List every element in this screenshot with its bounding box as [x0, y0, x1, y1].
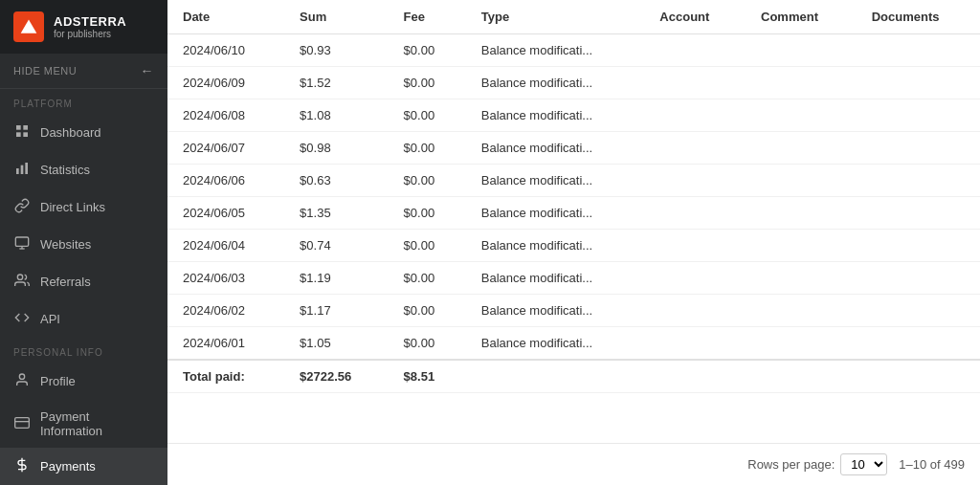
cell-comment — [746, 67, 857, 99]
grid-icon — [13, 123, 31, 142]
adsterra-logo-icon — [13, 11, 44, 42]
sidebar-item-referrals[interactable]: Referrals — [0, 263, 167, 300]
col-date: Date — [167, 0, 284, 34]
cell-sum: $1.19 — [284, 262, 388, 295]
table-header-row: Date Sum Fee Type Account Comment Docume… — [167, 0, 980, 34]
sidebar-item-payments-label: Payments — [40, 459, 96, 474]
cell-date: 2024/06/04 — [167, 230, 284, 262]
user-icon — [13, 372, 31, 390]
col-comment: Comment — [746, 0, 857, 34]
cell-type: Balance modificati... — [466, 295, 645, 327]
sidebar-item-statistics[interactable]: Statistics — [0, 151, 167, 188]
credit-card-icon — [13, 415, 31, 433]
sidebar-item-statistics-label: Statistics — [40, 163, 90, 177]
cell-documents — [857, 197, 980, 230]
sidebar-item-direct-links[interactable]: Direct Links — [0, 188, 167, 226]
table-row: 2024/06/07$0.98$0.00Balance modificati..… — [167, 132, 980, 165]
cell-type: Balance modificati... — [466, 197, 645, 230]
svg-rect-4 — [23, 132, 28, 137]
cell-fee: $0.00 — [389, 67, 466, 99]
table-row: 2024/06/02$1.17$0.00Balance modificati..… — [167, 295, 980, 327]
svg-marker-0 — [21, 20, 37, 33]
sidebar-item-websites[interactable]: Websites — [0, 226, 167, 263]
payments-table-container[interactable]: Date Sum Fee Type Account Comment Docume… — [167, 0, 980, 443]
cell-account — [644, 99, 746, 132]
main-content: Date Sum Fee Type Account Comment Docume… — [167, 0, 980, 485]
cell-date: 2024/06/02 — [167, 295, 284, 327]
cell-account — [644, 327, 746, 361]
total-fee: $8.51 — [389, 360, 466, 393]
col-documents: Documents — [857, 0, 980, 34]
rows-per-page-select[interactable]: 10 25 50 — [840, 453, 887, 475]
sidebar-item-profile[interactable]: Profile — [0, 363, 167, 400]
cell-date: 2024/06/08 — [167, 99, 284, 132]
cell-account — [644, 165, 746, 197]
dollar-icon — [13, 457, 31, 475]
cell-documents — [857, 34, 980, 67]
cell-fee: $0.00 — [389, 99, 466, 132]
total-label: Total paid: — [167, 360, 284, 393]
cell-sum: $0.98 — [284, 132, 388, 165]
col-fee: Fee — [389, 0, 466, 34]
cell-documents — [857, 262, 980, 295]
table-row: 2024/06/04$0.74$0.00Balance modificati..… — [167, 230, 980, 262]
cell-type: Balance modificati... — [466, 67, 645, 99]
cell-documents — [857, 230, 980, 262]
svg-rect-2 — [23, 125, 28, 130]
sidebar: ADSTERRA for publishers HIDE MENU ← PLAT… — [0, 0, 167, 485]
cell-sum: $0.63 — [284, 165, 388, 197]
svg-rect-6 — [21, 165, 24, 174]
sidebar-item-api-label: API — [40, 312, 60, 326]
cell-account — [644, 132, 746, 165]
logo-title: ADSTERRA — [54, 14, 126, 29]
table-row: 2024/06/08$1.08$0.00Balance modificati..… — [167, 99, 980, 132]
col-account: Account — [644, 0, 746, 34]
link-icon — [13, 198, 31, 216]
bar-chart-icon — [13, 161, 31, 179]
monitor-icon — [13, 235, 31, 254]
table-row: 2024/06/06$0.63$0.00Balance modificati..… — [167, 165, 980, 197]
cell-comment — [746, 295, 857, 327]
code-icon — [13, 310, 31, 328]
table-footer: Rows per page: 10 25 50 1–10 of 499 — [167, 443, 980, 485]
cell-documents — [857, 295, 980, 327]
cell-sum: $1.08 — [284, 99, 388, 132]
cell-fee: $0.00 — [389, 165, 466, 197]
hide-menu-arrow-icon[interactable]: ← — [141, 63, 155, 78]
cell-comment — [746, 132, 857, 165]
cell-type: Balance modificati... — [466, 165, 645, 197]
cell-comment — [746, 197, 857, 230]
cell-documents — [857, 132, 980, 165]
sidebar-item-websites-label: Websites — [40, 237, 91, 252]
sidebar-logo: ADSTERRA for publishers — [0, 0, 167, 54]
cell-date: 2024/06/01 — [167, 327, 284, 361]
cell-date: 2024/06/09 — [167, 67, 284, 99]
cell-comment — [746, 230, 857, 262]
sidebar-item-payment-information[interactable]: Payment Information — [0, 400, 167, 448]
users-icon — [13, 273, 31, 291]
sidebar-item-api[interactable]: API — [0, 300, 167, 338]
cell-fee: $0.00 — [389, 327, 466, 361]
sidebar-item-payments[interactable]: Payments — [0, 448, 167, 485]
cell-account — [644, 197, 746, 230]
cell-fee: $0.00 — [389, 262, 466, 295]
sidebar-item-dashboard[interactable]: Dashboard — [0, 114, 167, 151]
logo-text: ADSTERRA for publishers — [54, 14, 126, 39]
rows-per-page-control: Rows per page: 10 25 50 — [747, 453, 887, 475]
cell-date: 2024/06/10 — [167, 34, 284, 67]
svg-rect-1 — [16, 125, 21, 130]
payments-table: Date Sum Fee Type Account Comment Docume… — [167, 0, 980, 393]
cell-type: Balance modificati... — [466, 132, 645, 165]
cell-account — [644, 295, 746, 327]
cell-account — [644, 34, 746, 67]
svg-rect-7 — [25, 163, 28, 174]
cell-fee: $0.00 — [389, 197, 466, 230]
cell-comment — [746, 165, 857, 197]
table-row: 2024/06/10$0.93$0.00Balance modificati..… — [167, 34, 980, 67]
total-row: Total paid:$2722.56$8.51 — [167, 360, 980, 393]
cell-date: 2024/06/06 — [167, 165, 284, 197]
hide-menu-row[interactable]: HIDE MENU ← — [0, 54, 167, 89]
total-sum: $2722.56 — [284, 360, 388, 393]
cell-type: Balance modificati... — [466, 327, 645, 361]
cell-documents — [857, 327, 980, 361]
